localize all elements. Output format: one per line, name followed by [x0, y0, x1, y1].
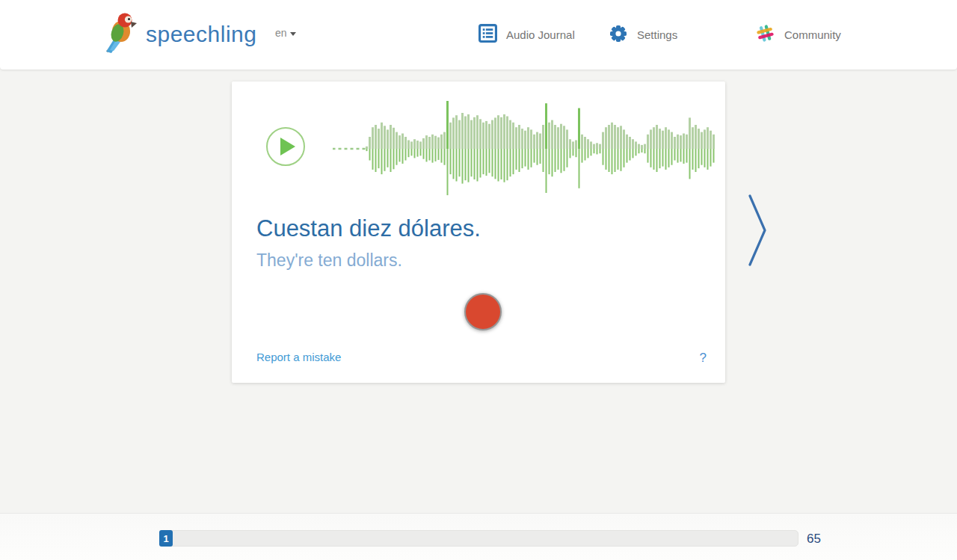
chevron-down-icon — [290, 32, 296, 36]
play-icon — [280, 138, 295, 156]
waveform[interactable] — [333, 97, 716, 200]
practice-card: Cuestan diez dólares. They're ten dollar… — [232, 81, 725, 383]
brand-logo[interactable]: speechling — [99, 10, 256, 58]
progress-current-chip: 1 — [159, 530, 173, 547]
progress-total: 65 — [807, 532, 821, 547]
next-chevron-icon[interactable] — [746, 193, 769, 268]
gear-icon — [609, 24, 628, 46]
prompt-sentence: Cuestan diez dólares. — [256, 215, 481, 242]
help-question-mark[interactable]: ? — [700, 351, 707, 366]
parrot-logo-icon — [99, 11, 138, 58]
play-button[interactable] — [266, 127, 305, 166]
record-button[interactable] — [464, 293, 502, 330]
nav-audio-journal[interactable]: Audio Journal — [478, 0, 575, 70]
slack-hash-icon — [755, 23, 775, 46]
nav-settings[interactable]: Settings — [609, 0, 677, 70]
report-mistake-link[interactable]: Report a mistake — [256, 351, 341, 363]
footer-pager: 1 65 — [0, 513, 957, 560]
header: speechling en Audio Journal — [0, 0, 957, 70]
journal-list-icon — [478, 24, 497, 46]
language-dropdown[interactable]: en — [275, 27, 296, 39]
language-code: en — [275, 27, 287, 39]
nav-settings-label: Settings — [637, 28, 677, 41]
nav-audio-journal-label: Audio Journal — [506, 28, 575, 41]
translation-sentence: They're ten dollars. — [256, 250, 402, 271]
nav-community[interactable]: Community — [755, 0, 841, 70]
progress-bar[interactable]: 1 — [159, 530, 798, 547]
nav-community-label: Community — [784, 28, 841, 41]
brand-name: speechling — [146, 22, 256, 47]
